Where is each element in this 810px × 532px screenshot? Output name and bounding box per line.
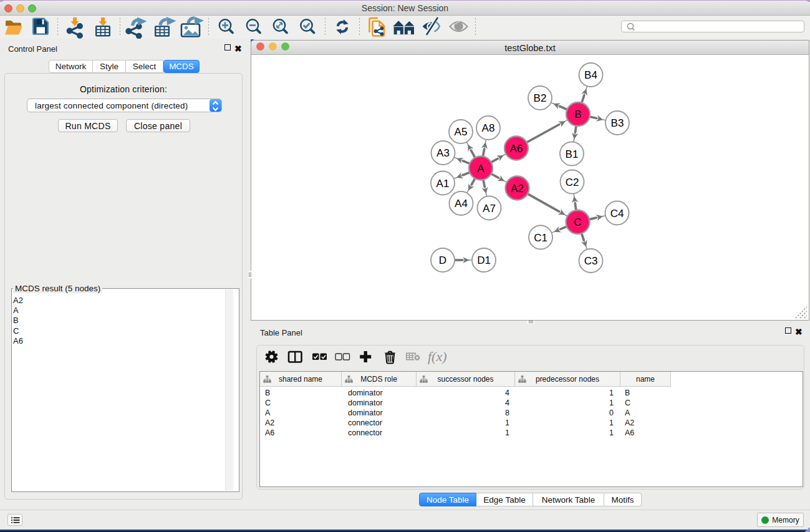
svg-text:A6: A6 [510,143,523,155]
svg-text:A7: A7 [483,203,496,215]
svg-text:A1: A1 [436,178,450,190]
svg-text:A2: A2 [511,183,524,195]
svg-text:C3: C3 [584,255,598,267]
svg-text:B2: B2 [534,92,547,104]
svg-text:B4: B4 [584,69,597,81]
svg-text:B3: B3 [611,117,624,129]
svg-text:f(x): f(x) [428,349,447,364]
svg-text:B1: B1 [566,148,579,160]
svg-text:C1: C1 [534,232,547,244]
svg-text:B: B [574,109,581,120]
svg-text:A5: A5 [455,126,468,138]
svg-text:D: D [439,254,446,266]
svg-text:D1: D1 [477,254,491,266]
svg-text:C2: C2 [566,177,579,188]
svg-text:C4: C4 [610,208,624,220]
svg-text:A3: A3 [436,147,450,159]
svg-text:A8: A8 [482,122,495,134]
svg-text:C: C [574,216,581,228]
svg-text:A4: A4 [455,198,468,210]
svg-text:A: A [477,163,485,175]
